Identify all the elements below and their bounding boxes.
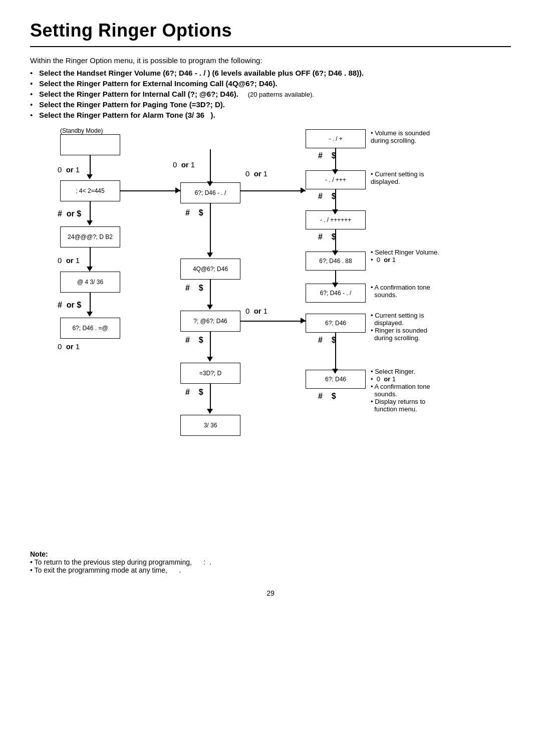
arrowhead-standby-b1 — [87, 174, 93, 179]
note-section: Note: • To return to the previous step d… — [30, 550, 511, 574]
bullet-5: Select the Ringer Pattern for Alarm Tone… — [30, 111, 511, 119]
hash-right1: # $ — [318, 151, 336, 160]
box-b4: 6?; D46 . =@ — [60, 318, 120, 339]
page-title: Setting Ringer Options — [30, 20, 511, 41]
bullet-2: Select the Ringer Pattern for External I… — [30, 79, 511, 88]
bullet-1: Select the Handset Ringer Volume (6?; D4… — [30, 69, 511, 77]
arrow-b2-down — [90, 247, 91, 268]
label-or2: 0 or 1 — [58, 256, 80, 265]
hash-right3: # $ — [318, 232, 336, 241]
arrow-c4-c5 — [210, 384, 211, 410]
box-b2: 24@@@?; D B2 — [60, 226, 120, 247]
vline-right1-2 — [335, 148, 336, 170]
hash-right2: # $ — [318, 192, 336, 201]
vline-right4-5 — [335, 271, 336, 284]
page-number: 29 — [30, 589, 511, 597]
ann-right1: • Volume is soundedduring scrolling. — [371, 129, 430, 144]
box-center3: ?; @6?; D46 — [180, 311, 240, 332]
standby-label: (Standby Mode) — [60, 127, 103, 134]
hash-right7: # $ — [318, 392, 336, 401]
arrowhead-right6-7 — [332, 369, 338, 374]
ann-right5: • A confirmation tone sounds. — [371, 284, 430, 299]
box-right6: 6?; D46 — [306, 314, 366, 333]
box-b3: @ 4 3/ 36 — [60, 272, 120, 293]
arrow-c2-c3 — [210, 280, 211, 306]
arrowhead-c1-c2 — [207, 253, 213, 258]
box-b1: ; 4< 2=445 — [60, 180, 120, 201]
arrow-b1-down — [90, 201, 91, 221]
ann-right6a: • Current setting is displayed.• Ringer … — [371, 312, 427, 342]
box-center5: 3/ 36 — [180, 415, 240, 436]
diagram: (Standby Mode) 0 or 1 ; 4< 2=445 # or $ … — [30, 129, 511, 540]
arrow-standby-b1 — [90, 155, 91, 175]
vline-right6-7 — [335, 333, 336, 370]
ann-right7: • Select Ringer.• 0 or 1• A confirmation… — [371, 368, 430, 413]
arrowhead-c2-c3 — [207, 305, 213, 310]
arrowhead-right2-3 — [332, 209, 338, 214]
arrowhead-right4-5 — [332, 283, 338, 288]
arrow-left-center — [120, 190, 180, 191]
vline-right3-4 — [335, 229, 336, 251]
arrowhead-b3 — [87, 312, 93, 317]
bullet-3: Select the Ringer Pattern for Internal C… — [30, 90, 511, 98]
box-center2: 4Q@6?; D46 — [180, 259, 240, 280]
label-or1: 0 or 1 — [58, 165, 80, 174]
bullet-4: Select the Ringer Pattern for Paging Ton… — [30, 100, 511, 109]
arrow-center1-right — [240, 190, 306, 191]
arrowhead-b1 — [87, 220, 93, 225]
title-divider — [30, 46, 511, 47]
ann-right2: • Current setting isdisplayed. — [371, 170, 424, 185]
label-center-hash1: # $ — [185, 208, 203, 217]
arrowhead-b2 — [87, 267, 93, 272]
arrowhead-right3-4 — [332, 250, 338, 256]
box-center4: =3D?; D — [180, 363, 240, 384]
arrowhead-center3-right — [301, 318, 306, 324]
label-center-hash3: # $ — [185, 336, 203, 345]
label-center-or-top: 0 or 1 — [245, 169, 267, 178]
box-right1: - . / + — [306, 129, 366, 148]
arrowhead-center1-right — [301, 187, 306, 193]
arrowhead-c4-c5 — [207, 409, 213, 414]
bullet-list: Select the Handset Ringer Volume (6?; D4… — [30, 69, 511, 119]
note-line-1: • To return to the previous step during … — [30, 558, 511, 566]
vline-right2-3 — [335, 189, 336, 210]
label-or3: 0 or 1 — [58, 342, 80, 351]
arrow-center3-right — [240, 321, 306, 322]
arrowhead-center-top — [207, 181, 213, 186]
ann-right4: • Select Ringer Volume.• 0 or 1 — [371, 248, 439, 264]
label-hash2: # or $ — [58, 301, 81, 310]
hash-right6: # $ — [318, 336, 336, 345]
arrowhead-c3-c4 — [207, 357, 213, 362]
standby-box — [60, 134, 120, 155]
label-center-or-mid: 0 or 1 — [245, 307, 267, 315]
label-center-hash4: # $ — [185, 388, 203, 397]
label-hash1: # or $ — [58, 209, 81, 218]
intro-text: Within the Ringer Option menu, it is pos… — [30, 56, 511, 65]
label-center-hash2: # $ — [185, 284, 203, 293]
arrowhead-right1-2 — [332, 169, 338, 174]
note-line-2: • To exit the programming mode at any ti… — [30, 566, 511, 574]
arrow-c1-c2 — [210, 203, 211, 254]
arrow-c3-c4 — [210, 332, 211, 358]
vline-center-top — [210, 149, 211, 182]
label-center-or1: 0 or 1 — [173, 160, 195, 169]
arrow-b3-down — [90, 293, 91, 313]
note-label: Note: — [30, 550, 511, 558]
arrowhead-left-center — [175, 187, 180, 193]
